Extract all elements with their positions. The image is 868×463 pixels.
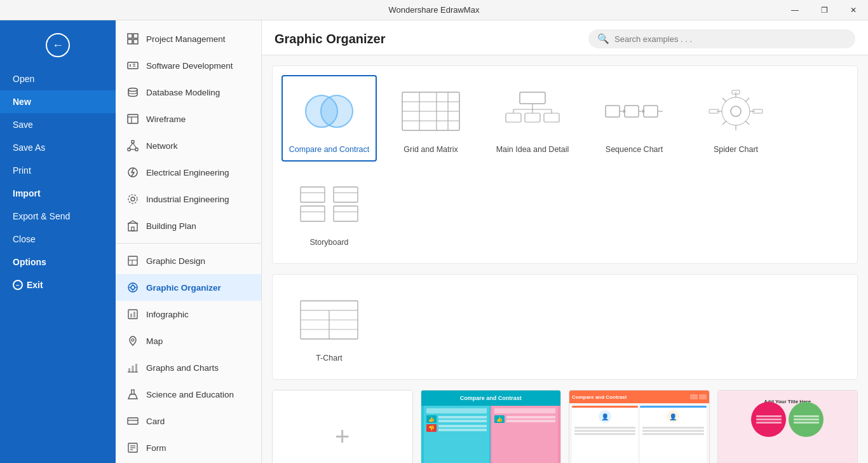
cat-software-dev[interactable]: Software Development bbox=[116, 52, 261, 79]
svg-rect-37 bbox=[132, 366, 134, 372]
search-bar: 🔍 bbox=[588, 29, 855, 48]
sidebar-item-close[interactable]: Close bbox=[0, 228, 116, 251]
cat-card-main-idea-label: Main Idea and Detail bbox=[496, 145, 569, 154]
svg-rect-60 bbox=[520, 92, 545, 104]
storyboard-card-icon bbox=[288, 176, 370, 233]
cat-graphic-design[interactable]: Graphic Design bbox=[116, 247, 261, 274]
svg-point-8 bbox=[128, 88, 137, 92]
cat-card-tchart[interactable]: T-Chart bbox=[281, 284, 377, 370]
template-card-compare6[interactable]: Compare and Contrast 👍 bbox=[421, 390, 562, 463]
network-icon bbox=[126, 139, 140, 153]
sidebar-item-save-as[interactable]: Save As bbox=[0, 136, 116, 159]
cat-infographic-label: Infographic bbox=[146, 310, 189, 319]
sidebar: ← Open New Save Save As Print Import Exp… bbox=[0, 20, 116, 463]
cat-database[interactable]: Database Modeling bbox=[116, 79, 261, 106]
cat-card-compare-label: Compare and Contract bbox=[289, 145, 369, 154]
cat-science[interactable]: Science and Education bbox=[116, 381, 261, 408]
compare2-thumb: Add Your Title Here bbox=[718, 390, 858, 463]
svg-point-52 bbox=[321, 95, 353, 127]
restore-button[interactable]: ❐ bbox=[810, 0, 839, 20]
sidebar-item-exit[interactable]: −Exit bbox=[0, 273, 116, 296]
svg-rect-14 bbox=[135, 148, 138, 151]
cat-graphic-organizer[interactable]: Graphic Organizer bbox=[116, 274, 261, 301]
svg-point-20 bbox=[128, 195, 137, 204]
sidebar-item-print[interactable]: Print bbox=[0, 159, 116, 182]
category-panel: Project Management Software Development … bbox=[116, 20, 262, 463]
cat-card-grid-label: Grid and Matrix bbox=[403, 145, 458, 154]
category-cards-row: Compare and Contract bbox=[272, 66, 858, 264]
cat-industrial[interactable]: Industrial Engineering bbox=[116, 186, 261, 212]
svg-line-84 bbox=[722, 98, 726, 102]
cat-card-main-idea[interactable]: Main Idea and Detail bbox=[485, 75, 580, 162]
svg-point-35 bbox=[132, 339, 134, 342]
grid-card-icon bbox=[390, 83, 472, 140]
sidebar-item-import[interactable]: Import bbox=[0, 182, 116, 205]
svg-point-19 bbox=[131, 197, 135, 201]
cat-wireframe[interactable]: Wireframe bbox=[116, 106, 261, 132]
cat-software-dev-label: Software Development bbox=[146, 61, 233, 71]
sidebar-item-options[interactable]: Options bbox=[0, 251, 116, 273]
svg-line-15 bbox=[129, 143, 133, 148]
sequence-card-icon bbox=[593, 83, 675, 140]
cat-card-grid[interactable]: Grid and Matrix bbox=[383, 75, 478, 162]
sidebar-item-new[interactable]: New bbox=[0, 90, 116, 113]
cat-network-label: Network bbox=[146, 141, 178, 151]
plus-icon: + bbox=[335, 422, 349, 451]
compare6-thumb: Compare and Contrast 👍 bbox=[421, 390, 561, 463]
cat-building-label: Building Plan bbox=[146, 221, 196, 231]
cat-electrical[interactable]: Electrical Engineering bbox=[116, 159, 261, 186]
template-card-compare7[interactable]: Compare and Contrast 👤 bbox=[569, 390, 710, 463]
sidebar-item-save[interactable]: Save bbox=[0, 113, 116, 136]
new-template-card[interactable]: + bbox=[272, 390, 413, 463]
cat-project-mgmt[interactable]: Project Management bbox=[116, 25, 261, 52]
cat-card-sequence[interactable]: Sequence Chart bbox=[587, 75, 682, 162]
cat-card-tchart-label: T-Chart bbox=[316, 354, 342, 363]
svg-rect-33 bbox=[130, 314, 132, 317]
svg-line-85 bbox=[745, 121, 749, 125]
chart-icon bbox=[126, 361, 140, 375]
cat-form[interactable]: Form bbox=[116, 434, 261, 461]
organizer-icon bbox=[126, 280, 140, 294]
cat-graphs-label: Graphs and Charts bbox=[146, 363, 219, 373]
back-button[interactable]: ← bbox=[46, 33, 70, 57]
svg-rect-92 bbox=[301, 206, 325, 221]
design-icon bbox=[126, 254, 140, 268]
cat-industrial-label: Industrial Engineering bbox=[146, 195, 229, 204]
sidebar-item-export[interactable]: Export & Send bbox=[0, 205, 116, 228]
svg-rect-12 bbox=[132, 141, 134, 143]
grid-icon bbox=[126, 32, 140, 46]
cat-graphic-organizer-label: Graphic Organizer bbox=[146, 283, 221, 293]
sidebar-item-open[interactable]: Open bbox=[0, 67, 116, 90]
svg-rect-22 bbox=[132, 227, 134, 231]
cat-card[interactable]: Card bbox=[116, 408, 261, 434]
template-card-compare2[interactable]: Add Your Title Here bbox=[717, 390, 858, 463]
cat-building[interactable]: Building Plan bbox=[116, 212, 261, 239]
cat-card-storyboard[interactable]: Storyboard bbox=[281, 168, 377, 254]
industrial-icon bbox=[126, 192, 140, 206]
svg-rect-13 bbox=[128, 148, 130, 151]
svg-rect-38 bbox=[135, 364, 137, 372]
cat-network[interactable]: Network bbox=[116, 132, 261, 159]
code-icon bbox=[126, 59, 140, 73]
svg-rect-71 bbox=[644, 106, 658, 117]
cat-map[interactable]: Map bbox=[116, 328, 261, 354]
search-input[interactable] bbox=[614, 34, 846, 44]
map-icon bbox=[126, 334, 140, 348]
close-button[interactable]: ✕ bbox=[839, 0, 868, 20]
svg-line-16 bbox=[133, 143, 137, 148]
cat-card-spider[interactable]: Spider Chart bbox=[688, 75, 783, 162]
cat-card-compare[interactable]: Compare and Contract bbox=[281, 75, 377, 162]
cat-divider bbox=[116, 243, 261, 244]
svg-rect-32 bbox=[128, 310, 137, 319]
compare7-thumb: Compare and Contrast 👤 bbox=[569, 390, 709, 463]
window-controls: — ❐ ✕ bbox=[780, 0, 868, 20]
minimize-button[interactable]: — bbox=[780, 0, 810, 20]
cat-graphs[interactable]: Graphs and Charts bbox=[116, 354, 261, 381]
cat-electrical-label: Electrical Engineering bbox=[146, 168, 229, 177]
app-body: ← Open New Save Save As Print Import Exp… bbox=[0, 20, 868, 463]
svg-rect-1 bbox=[133, 34, 138, 38]
form-icon bbox=[126, 441, 140, 455]
science-icon bbox=[126, 387, 140, 401]
cat-card-label: Card bbox=[146, 417, 165, 426]
cat-infographic[interactable]: Infographic bbox=[116, 301, 261, 328]
